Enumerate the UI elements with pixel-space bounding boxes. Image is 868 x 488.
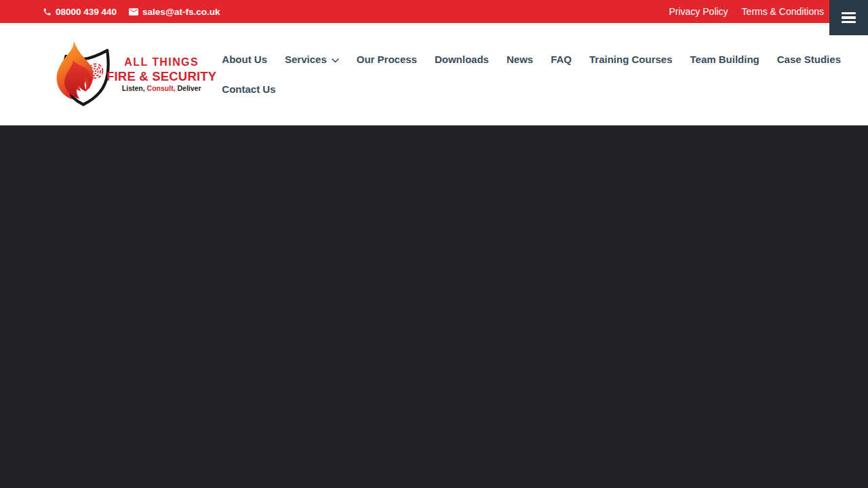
phone-icon [43, 7, 52, 16]
logo-shield-flame-icon [50, 41, 115, 108]
mail-icon [129, 8, 138, 16]
nav-item-our-process[interactable]: Our Process [357, 54, 417, 65]
phone-link[interactable]: 08000 439 440 [43, 7, 117, 17]
hero-dark-section [0, 125, 868, 488]
main-navigation: About Us Services Our Process Downloads … [222, 54, 841, 95]
privacy-policy-link[interactable]: Privacy Policy [669, 6, 728, 17]
nav-item-news[interactable]: News [507, 54, 533, 65]
nav-item-training-courses[interactable]: Training Courses [589, 54, 673, 65]
logo-text: ALL THINGS FIRE & SECURITY Listen, Consu… [106, 56, 216, 92]
site-logo[interactable]: ALL THINGS FIRE & SECURITY Listen, Consu… [50, 41, 216, 108]
phone-number: 08000 439 440 [56, 7, 117, 17]
nav-item-faq[interactable]: FAQ [551, 54, 572, 65]
logo-title-line1: ALL THINGS [106, 56, 216, 68]
nav-item-downloads[interactable]: Downloads [435, 54, 489, 65]
logo-tagline: Listen, Consult, Deliver [106, 84, 216, 92]
logo-title-line2: FIRE & SECURITY [106, 69, 216, 83]
site-header: ALL THINGS FIRE & SECURITY Listen, Consu… [0, 23, 868, 125]
terms-conditions-link[interactable]: Terms & Conditions [742, 6, 824, 17]
nav-row-1: About Us Services Our Process Downloads … [222, 54, 841, 65]
email-link[interactable]: sales@at-fs.co.uk [129, 7, 220, 17]
chevron-down-icon [332, 54, 339, 65]
nav-item-services[interactable]: Services [285, 54, 339, 65]
nav-item-case-studies[interactable]: Case Studies [777, 54, 841, 65]
top-bar-links: Privacy Policy Terms & Conditions [669, 6, 824, 17]
nav-item-team-building[interactable]: Team Building [690, 54, 760, 65]
top-bar-contact: 08000 439 440 sales@at-fs.co.uk [43, 7, 220, 17]
nav-item-about-us[interactable]: About Us [222, 54, 267, 65]
nav-row-2: Contact Us [222, 83, 841, 95]
email-address: sales@at-fs.co.uk [142, 7, 220, 17]
menu-button[interactable] [829, 0, 868, 35]
hamburger-icon [842, 12, 856, 24]
nav-item-contact-us[interactable]: Contact Us [222, 83, 275, 95]
top-bar: 08000 439 440 sales@at-fs.co.uk Privacy … [0, 0, 868, 23]
